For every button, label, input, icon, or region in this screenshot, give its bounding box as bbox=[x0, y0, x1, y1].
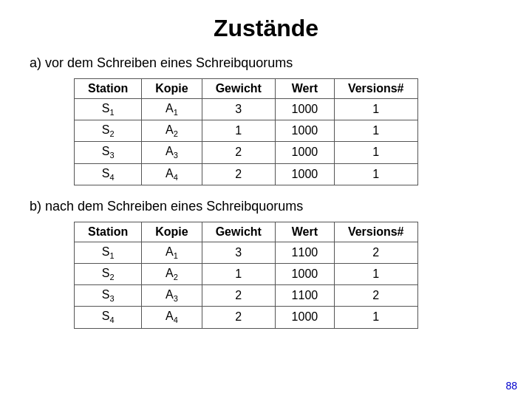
col-header-kopie-b: Kopie bbox=[142, 222, 202, 242]
wert-b1: 1100 bbox=[275, 242, 334, 263]
station-a4: S4 bbox=[75, 163, 142, 185]
section-a-label: a) vor dem Schreiben eines Schreibquorum… bbox=[30, 55, 502, 71]
kopie-a1: A1 bbox=[142, 99, 202, 120]
table-a: Station Kopie Gewicht Wert Versions# S1 … bbox=[74, 78, 418, 185]
kopie-b1: A1 bbox=[142, 242, 202, 263]
col-header-versions-b: Versions# bbox=[334, 222, 417, 242]
gewicht-a4: 2 bbox=[202, 163, 275, 185]
wert-a1: 1000 bbox=[275, 99, 334, 120]
col-header-kopie-a: Kopie bbox=[142, 79, 202, 99]
table-row: S1 A1 3 1100 2 bbox=[75, 242, 418, 263]
wert-a2: 1000 bbox=[275, 120, 334, 142]
kopie-a2: A2 bbox=[142, 120, 202, 142]
kopie-b2: A2 bbox=[142, 263, 202, 284]
version-a1: 1 bbox=[334, 99, 417, 120]
station-a3: S3 bbox=[75, 142, 142, 163]
station-b4: S4 bbox=[75, 307, 142, 328]
gewicht-b3: 2 bbox=[202, 285, 275, 307]
table-row: S4 A4 2 1000 1 bbox=[75, 307, 418, 328]
wert-a3: 1000 bbox=[275, 142, 334, 163]
table-b: Station Kopie Gewicht Wert Versions# S1 … bbox=[74, 222, 418, 329]
gewicht-a1: 3 bbox=[202, 99, 275, 120]
gewicht-b1: 3 bbox=[202, 242, 275, 263]
table-row: S2 A2 1 1000 1 bbox=[75, 263, 418, 284]
col-header-station-a: Station bbox=[75, 79, 142, 99]
version-b3: 2 bbox=[334, 285, 417, 307]
page-title: Zustände bbox=[30, 15, 502, 42]
station-a2: S2 bbox=[75, 120, 142, 142]
gewicht-a2: 1 bbox=[202, 120, 275, 142]
gewicht-a3: 2 bbox=[202, 142, 275, 163]
station-b1: S1 bbox=[75, 242, 142, 263]
gewicht-b4: 2 bbox=[202, 307, 275, 328]
version-a2: 1 bbox=[334, 120, 417, 142]
col-header-gewicht-a: Gewicht bbox=[202, 79, 275, 99]
table-row: S1 A1 3 1000 1 bbox=[75, 99, 418, 120]
version-b4: 1 bbox=[334, 307, 417, 328]
wert-b4: 1000 bbox=[275, 307, 334, 328]
col-header-wert-b: Wert bbox=[275, 222, 334, 242]
wert-a4: 1000 bbox=[275, 163, 334, 185]
col-header-station-b: Station bbox=[75, 222, 142, 242]
wert-b3: 1100 bbox=[275, 285, 334, 307]
kopie-a4: A4 bbox=[142, 163, 202, 185]
station-b2: S2 bbox=[75, 263, 142, 284]
table-row: S4 A4 2 1000 1 bbox=[75, 163, 418, 185]
station-b3: S3 bbox=[75, 285, 142, 307]
kopie-b3: A3 bbox=[142, 285, 202, 307]
gewicht-b2: 1 bbox=[202, 263, 275, 284]
version-a3: 1 bbox=[334, 142, 417, 163]
table-row: S3 A3 2 1100 2 bbox=[75, 285, 418, 307]
station-a1: S1 bbox=[75, 99, 142, 120]
kopie-b4: A4 bbox=[142, 307, 202, 328]
col-header-gewicht-b: Gewicht bbox=[202, 222, 275, 242]
version-b1: 2 bbox=[334, 242, 417, 263]
col-header-versions-a: Versions# bbox=[334, 79, 417, 99]
table-row: S3 A3 2 1000 1 bbox=[75, 142, 418, 163]
table-row: S2 A2 1 1000 1 bbox=[75, 120, 418, 142]
page: Zustände a) vor dem Schreiben eines Schr… bbox=[0, 0, 532, 399]
section-b-label: b) nach dem Schreiben eines Schreibquoru… bbox=[30, 199, 502, 214]
wert-b2: 1000 bbox=[275, 263, 334, 284]
kopie-a3: A3 bbox=[142, 142, 202, 163]
col-header-wert-a: Wert bbox=[275, 79, 334, 99]
version-b2: 1 bbox=[334, 263, 417, 284]
version-a4: 1 bbox=[334, 163, 417, 185]
page-number: 88 bbox=[505, 380, 517, 392]
